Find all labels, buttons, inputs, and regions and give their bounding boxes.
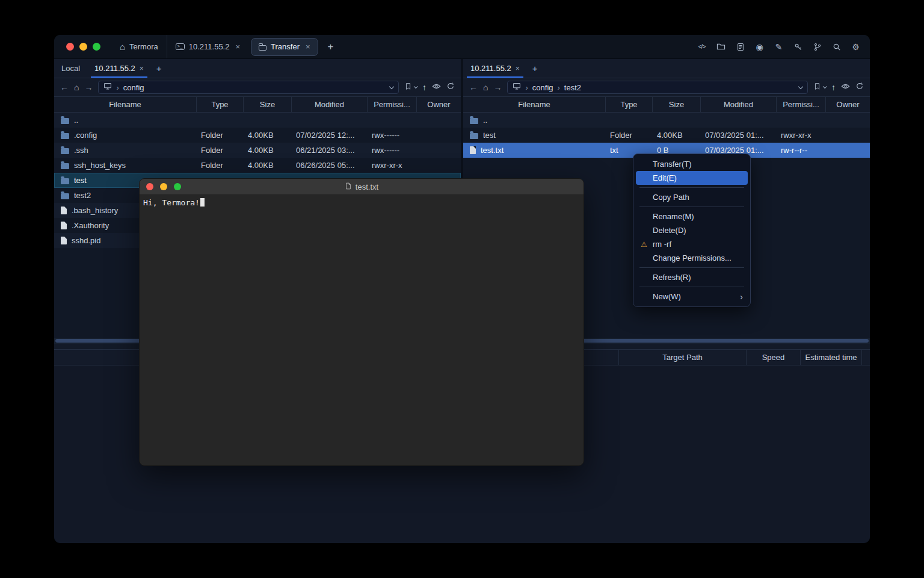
column-header[interactable]: Permissi... [776,97,825,112]
menu-item[interactable]: › [639,187,744,188]
back-icon[interactable]: ← [60,83,69,92]
menu-item[interactable]: › [639,267,744,268]
file-row[interactable]: ssh_host_keys Folder 4.00KB 06/26/2025 0… [54,158,461,173]
file-row[interactable]: .. [463,113,870,128]
column-header[interactable]: Owner [825,97,870,112]
menu-item[interactable]: rm -rf › [636,237,748,251]
home-icon[interactable]: ⌂ [483,83,488,92]
column-header[interactable]: Filename [463,97,605,112]
bookmark-control[interactable] [404,82,417,93]
panel-tab[interactable]: 10.211.55.2 × [87,59,151,78]
editor-titlebar[interactable]: test.txt [140,179,584,195]
chevron-down-icon[interactable] [798,84,802,89]
menu-item[interactable]: Delete(D) › [636,223,748,237]
menu-item[interactable]: Edit(E) › [636,171,748,185]
menu-item[interactable]: › [639,207,744,207]
titlebar-tab[interactable]: Transfer × [251,38,318,56]
menu-item[interactable]: › [639,287,744,287]
close-tab-icon[interactable]: × [235,42,240,51]
menu-item-icon [641,240,653,249]
search-icon[interactable] [831,41,842,52]
breadcrumb-segment[interactable]: config [521,83,553,92]
column-header[interactable]: Permissi... [367,97,416,112]
panel-tab[interactable]: Local × [54,59,87,78]
column-header[interactable]: Filename [54,97,196,112]
forward-icon[interactable]: → [84,83,93,92]
record-icon[interactable]: ◉ [754,41,765,52]
folder-icon[interactable] [715,41,727,52]
column-header[interactable]: Modified [700,97,776,112]
menu-item[interactable]: Refresh(R) › [636,270,748,284]
column-header[interactable]: Modified [291,97,367,112]
file-type: Folder [196,161,243,170]
editor-content[interactable]: Hi, Termora! [140,195,584,210]
tab-label: 10.211.55.2 [189,42,230,51]
column-header[interactable]: Size [243,97,291,112]
menu-item[interactable]: Change Permissions... › [636,251,748,265]
new-tab-button[interactable]: + [527,59,543,78]
close-window-button[interactable] [66,43,74,51]
column-header[interactable]: Type [605,97,652,112]
chevron-down-icon[interactable] [389,84,393,89]
panel-tab[interactable]: 10.211.55.2 × [463,59,527,78]
titlebar: Termora × 10.211.55.2 × Transfer × + </>… [54,35,870,59]
back-icon[interactable]: ← [469,83,478,92]
close-tab-icon[interactable]: × [306,42,310,51]
chevron-right-icon: › [740,292,743,301]
path-field[interactable]: config test2 [507,81,807,94]
file-size: 4.00KB [652,131,700,140]
menu-item[interactable]: Transfer(T) › [636,157,748,171]
maximize-window-button[interactable] [93,43,100,51]
up-icon[interactable]: ↑ [831,83,836,92]
bookmark-control[interactable] [813,82,827,93]
home-icon[interactable]: ⌂ [74,83,79,92]
tab-icon [176,43,185,50]
settings-icon[interactable]: ⚙ [850,41,861,52]
minimize-window-button[interactable] [160,183,167,190]
breadcrumb-segment[interactable]: test2 [553,83,582,92]
transfer-column-header[interactable]: Estimated time [800,350,861,365]
code-icon[interactable]: </> [696,41,707,52]
menu-item[interactable]: Rename(M) › [636,210,748,223]
file-row[interactable]: test Folder 4.00KB 07/03/2025 01:... rwx… [463,128,870,143]
refresh-icon[interactable] [446,82,455,93]
file-name: test [483,131,496,140]
titlebar-tab[interactable]: 10.211.55.2 × [167,35,248,58]
menu-item[interactable]: Copy Path › [636,190,748,204]
new-tab-button[interactable]: + [151,59,167,78]
column-header[interactable]: Size [652,97,700,112]
log-icon[interactable] [735,41,746,52]
file-row[interactable]: .config Folder 4.00KB 07/02/2025 12:... … [54,128,461,143]
path-field[interactable]: config [98,81,398,94]
branch-icon[interactable] [812,41,823,52]
file-row[interactable]: .. [54,113,461,128]
file-size: 4.00KB [243,131,291,140]
close-window-button[interactable] [146,183,153,190]
minimize-window-button[interactable] [79,43,87,51]
column-header[interactable]: Type [196,97,243,112]
close-tab-icon[interactable]: × [140,64,144,73]
file-icon [470,146,476,154]
eye-icon[interactable] [432,82,441,93]
column-header[interactable]: Owner [416,97,461,112]
editor-title: test.txt [356,182,378,191]
file-name: .Xauthority [72,221,109,230]
key-icon[interactable] [792,41,804,52]
pencil-icon[interactable]: ✎ [773,41,784,52]
titlebar-tab[interactable]: Termora × [111,35,167,58]
forward-icon[interactable]: → [493,83,502,92]
close-tab-icon[interactable]: × [516,64,520,73]
transfer-column-header[interactable]: Speed [746,350,800,365]
titlebar-tabs: Termora × 10.211.55.2 × Transfer × [111,35,321,58]
breadcrumb-segment[interactable]: config [112,83,144,92]
eye-icon[interactable] [841,82,850,93]
menu-item-label: New(W) [653,292,740,301]
monitor-icon [513,82,521,93]
up-icon[interactable]: ↑ [422,83,427,92]
new-tab-button[interactable]: + [321,41,341,53]
menu-item[interactable]: New(W) › [636,290,748,303]
maximize-window-button[interactable] [174,183,181,190]
refresh-icon[interactable] [855,82,864,93]
file-row[interactable]: .ssh Folder 4.00KB 06/21/2025 03:... rwx… [54,143,461,158]
transfer-column-header[interactable]: Target Path [618,350,746,365]
